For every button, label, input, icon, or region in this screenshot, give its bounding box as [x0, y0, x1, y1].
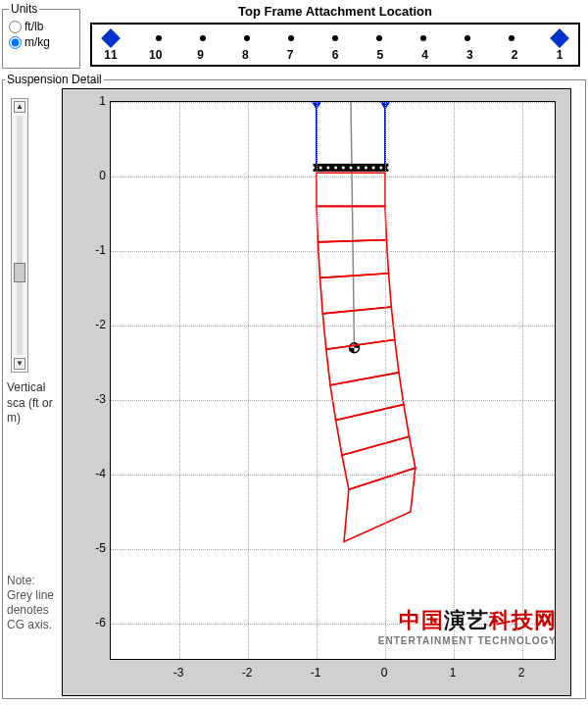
svg-point-11 — [342, 166, 345, 169]
svg-point-16 — [379, 166, 382, 169]
attachment-label: 6 — [328, 48, 342, 62]
attachment-slot-4[interactable] — [420, 35, 426, 41]
y-tick: -5 — [78, 541, 106, 555]
y-tick: -4 — [78, 467, 106, 480]
attachment-label: 10 — [149, 48, 163, 62]
attachment-slot-7[interactable] — [288, 35, 294, 41]
x-tick: -1 — [311, 666, 321, 680]
svg-point-10 — [334, 166, 337, 169]
attachment-label: 4 — [418, 48, 432, 62]
attachment-label: 1 — [553, 48, 566, 62]
vertical-scale-panel: ▲ ▼ Vertical sca (ft or m) Note: Grey li… — [5, 88, 62, 696]
suspension-detail-legend: Suspension Detail — [5, 73, 104, 86]
svg-point-13 — [357, 166, 360, 169]
svg-point-15 — [372, 166, 375, 169]
y-axis-label: Vertical sca (ft or m) — [7, 380, 60, 427]
y-tick: -3 — [78, 392, 106, 406]
attachment-label: 5 — [373, 48, 387, 62]
attachment-slot-5[interactable] — [376, 35, 382, 41]
svg-marker-25 — [336, 405, 410, 456]
plot-area — [110, 101, 556, 660]
attachment-label: 11 — [104, 48, 118, 62]
plot-svg — [111, 102, 557, 661]
attachment-panel: Top Frame Attachment Location 1110987654… — [84, 2, 586, 69]
x-tick: 0 — [381, 666, 388, 680]
attachment-label: 3 — [463, 48, 476, 62]
svg-marker-23 — [326, 339, 399, 384]
attachment-slot-10[interactable] — [156, 35, 162, 41]
y-tick: -2 — [78, 318, 106, 331]
attachment-slot-8[interactable] — [244, 35, 250, 41]
suspension-detail-group: Suspension Detail ▲ ▼ Vertical sca (ft o… — [2, 73, 586, 699]
svg-point-17 — [387, 166, 390, 169]
y-tick: -1 — [78, 243, 106, 257]
svg-point-8 — [319, 166, 322, 169]
x-tick: 1 — [450, 666, 457, 680]
units-group: Units ft/lb m/kg — [2, 2, 80, 69]
y-tick: 0 — [78, 169, 106, 182]
attachment-box: 1110987654321 — [90, 23, 580, 67]
suspension-plot: 中国演艺科技网 ENTERTAINMENT TECHNOLOGY 10-1-2-… — [62, 88, 571, 696]
slider-down-button[interactable]: ▼ — [14, 358, 25, 370]
attachment-label: 9 — [194, 48, 208, 62]
y-tick: -6 — [78, 616, 106, 629]
svg-point-12 — [350, 166, 353, 169]
attachment-slot-9[interactable] — [200, 35, 206, 41]
attachment-label: 8 — [238, 48, 252, 62]
units-radio-ftlb[interactable] — [9, 21, 22, 33]
y-tick: 1 — [78, 94, 106, 108]
attachment-label: 7 — [283, 48, 297, 62]
slider-up-button[interactable]: ▲ — [14, 101, 25, 113]
attachment-slot-6[interactable] — [332, 35, 338, 41]
attachment-title: Top Frame Attachment Location — [84, 2, 586, 23]
vertical-scale-slider[interactable]: ▲ ▼ — [11, 98, 28, 373]
units-option-mkg[interactable]: m/kg — [9, 35, 74, 49]
slider-thumb[interactable] — [14, 263, 25, 282]
slider-track[interactable] — [17, 116, 23, 355]
x-tick: -3 — [173, 666, 184, 680]
cg-note: Note: Grey line denotes CG axis. — [7, 574, 60, 632]
x-tick: 2 — [518, 666, 525, 680]
svg-marker-26 — [342, 436, 416, 489]
units-option-ftlb[interactable]: ft/lb — [9, 20, 74, 33]
attachment-slot-3[interactable] — [465, 35, 470, 41]
svg-point-9 — [326, 166, 329, 169]
attachment-slot-2[interactable] — [509, 35, 514, 41]
attachment-label: 2 — [508, 48, 521, 62]
svg-marker-27 — [344, 468, 416, 541]
svg-point-14 — [365, 166, 368, 169]
units-legend: Units — [9, 2, 39, 16]
units-radio-mkg[interactable] — [9, 36, 22, 49]
svg-point-7 — [312, 166, 315, 169]
svg-marker-18 — [317, 173, 385, 206]
svg-marker-22 — [322, 307, 395, 349]
svg-marker-19 — [317, 206, 386, 241]
x-tick: -2 — [242, 666, 253, 680]
